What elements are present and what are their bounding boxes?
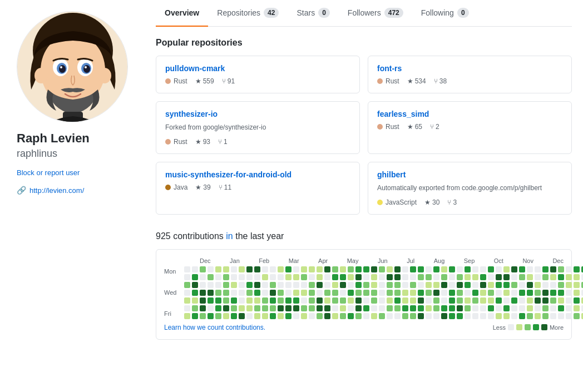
contrib-week xyxy=(410,266,416,319)
contrib-cell xyxy=(301,282,307,288)
contrib-cell xyxy=(449,290,455,296)
link-icon: 🔗 xyxy=(17,186,26,195)
learn-contributions-link[interactable]: Learn how we count contributions. xyxy=(164,324,265,331)
fork-count: 91 xyxy=(228,77,235,85)
repo-description: Forked from google/synthesizer-io xyxy=(165,123,350,132)
contrib-cell xyxy=(184,290,190,296)
contrib-cell xyxy=(355,282,362,288)
contrib-cell xyxy=(200,297,206,304)
contrib-cell xyxy=(223,274,229,280)
contrib-cell xyxy=(558,282,564,288)
repo-name-link[interactable]: font-rs xyxy=(377,64,562,73)
contrib-cell xyxy=(519,305,525,311)
contrib-cell xyxy=(340,290,346,296)
contrib-cell xyxy=(200,274,206,280)
contrib-cell xyxy=(192,290,198,296)
contrib-cell xyxy=(317,282,323,288)
month-label: Jul xyxy=(407,257,414,264)
repo-name-link[interactable]: music-synthesizer-for-android-old xyxy=(165,170,350,179)
tab-overview[interactable]: Overview xyxy=(156,0,208,27)
contrib-cell xyxy=(371,305,377,311)
tab-repositories[interactable]: Repositories 42 xyxy=(208,0,288,27)
contrib-cell xyxy=(200,266,206,272)
repo-stars: ★ 534 xyxy=(407,77,426,85)
repo-language: Java xyxy=(165,183,187,191)
contrib-cell xyxy=(254,297,260,304)
contrib-cell xyxy=(472,266,478,272)
user-name: Raph Levien xyxy=(17,131,134,146)
contrib-cell xyxy=(293,290,299,296)
contrib-cell xyxy=(566,282,572,288)
lang-label: Rust xyxy=(386,77,399,85)
contrib-cell xyxy=(472,297,478,304)
contrib-cell xyxy=(379,290,385,296)
contrib-cell xyxy=(542,305,549,311)
repo-forks: ⑂ 91 xyxy=(222,77,235,85)
contrib-week xyxy=(542,266,549,319)
contrib-cell xyxy=(449,313,455,319)
contrib-cell xyxy=(527,305,533,311)
repo-stars: ★ 93 xyxy=(195,138,210,146)
contrib-week xyxy=(200,266,206,319)
contrib-week xyxy=(293,266,299,319)
star-icon: ★ xyxy=(407,77,413,85)
contrib-cell xyxy=(480,290,486,296)
contrib-cell xyxy=(457,297,463,304)
contrib-cell xyxy=(387,274,393,280)
contrib-cell xyxy=(472,290,478,296)
legend-cell-3 xyxy=(533,324,539,330)
contrib-cell xyxy=(558,305,564,311)
repo-name-link[interactable]: ghilbert xyxy=(377,170,562,179)
repo-card: ghilbert Automatically exported from cod… xyxy=(368,162,572,215)
contrib-legend: Less More xyxy=(493,324,564,331)
svg-point-11 xyxy=(60,66,62,68)
contrib-cell xyxy=(207,305,214,311)
repo-name-link[interactable]: fearless_simd xyxy=(377,110,562,118)
fork-count: 38 xyxy=(439,77,447,85)
contrib-cell xyxy=(278,266,284,272)
website-link[interactable]: 🔗 http://levien.com/ xyxy=(17,186,134,195)
contrib-cell xyxy=(223,297,229,304)
tab-stars[interactable]: Stars 0 xyxy=(288,0,338,27)
repo-language: JavaScript xyxy=(377,199,417,206)
contrib-cell xyxy=(488,290,494,296)
contrib-cell xyxy=(574,274,580,280)
month-label: Aug xyxy=(434,257,445,264)
contrib-cell xyxy=(231,266,237,272)
tab-following[interactable]: Following 0 xyxy=(412,0,478,27)
contrib-cell xyxy=(558,274,564,280)
contrib-cell xyxy=(519,290,525,296)
tab-followers[interactable]: Followers 472 xyxy=(339,0,412,27)
fork-icon: ⑂ xyxy=(430,123,434,131)
contrib-week xyxy=(246,266,253,319)
repo-name-link[interactable]: pulldown-cmark xyxy=(165,64,350,73)
contrib-cell xyxy=(519,313,525,319)
contrib-cell xyxy=(262,297,268,304)
lang-label: Rust xyxy=(386,123,399,131)
contrib-week xyxy=(254,266,260,319)
contrib-cell xyxy=(418,313,424,319)
contrib-cell xyxy=(262,305,268,311)
contrib-cell xyxy=(363,297,369,304)
contrib-cell xyxy=(465,282,471,288)
contrib-body: Mon Wed Fri xyxy=(164,266,564,319)
contrib-cell xyxy=(278,274,284,280)
contrib-cell xyxy=(503,266,510,272)
contrib-cell xyxy=(332,274,338,280)
contrib-week xyxy=(441,266,447,319)
contrib-week xyxy=(465,266,471,319)
contrib-cell xyxy=(246,313,253,319)
month-label: Dec xyxy=(200,257,211,264)
contrib-cell xyxy=(418,297,424,304)
repo-name-link[interactable]: synthesizer-io xyxy=(165,110,350,118)
contrib-cell xyxy=(278,305,284,311)
block-report-link[interactable]: Block or report user xyxy=(17,168,134,177)
contrib-cell xyxy=(309,274,315,280)
contrib-cell xyxy=(332,290,338,296)
contrib-cell xyxy=(387,297,393,304)
contrib-cell xyxy=(301,274,307,280)
contrib-cell xyxy=(223,282,229,288)
contrib-week xyxy=(215,266,221,319)
contrib-cell xyxy=(239,274,245,280)
repo-grid: pulldown-cmark Rust ★ 559 ⑂ 91 font-rs xyxy=(156,56,572,215)
